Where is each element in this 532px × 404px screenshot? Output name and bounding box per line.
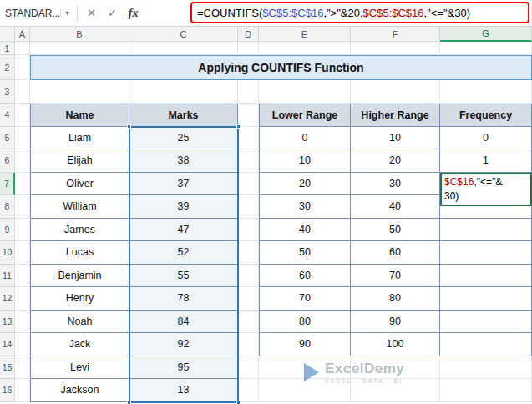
- gridcell-A6[interactable]: [15, 149, 30, 173]
- gridcell-A3[interactable]: [15, 80, 30, 104]
- confirm-icon[interactable]: ✓: [108, 7, 117, 19]
- gridcell-A2[interactable]: [15, 55, 30, 80]
- cell-C14[interactable]: 92: [129, 333, 238, 356]
- gridcell-D15[interactable]: [238, 356, 259, 380]
- gridcell-D11[interactable]: [238, 265, 259, 288]
- cell-B12[interactable]: Henry: [30, 287, 129, 311]
- gridcell-D8[interactable]: [238, 195, 259, 219]
- name-box[interactable]: STANDAR... ▾: [0, 3, 73, 24]
- gridcell-D4[interactable]: [238, 104, 259, 127]
- cell-G5[interactable]: 0: [440, 127, 532, 150]
- gridcell-D3[interactable]: [238, 80, 259, 104]
- cell-C15[interactable]: 95: [129, 356, 238, 380]
- cell-E10[interactable]: 50: [259, 241, 351, 265]
- gridcell-G16[interactable]: [440, 379, 532, 402]
- gridcell-D10[interactable]: [238, 241, 259, 265]
- gridcell-D14[interactable]: [238, 333, 259, 356]
- gridcell-G3[interactable]: [440, 80, 532, 104]
- cell-C16[interactable]: 13: [129, 379, 238, 402]
- gridcell-C3[interactable]: [129, 80, 238, 104]
- gridcell-F15[interactable]: [351, 356, 440, 380]
- row-header-14[interactable]: 14: [0, 333, 15, 356]
- gridcell-D6[interactable]: [238, 149, 259, 173]
- column-header-C[interactable]: C: [129, 27, 238, 42]
- cell-F10[interactable]: 60: [351, 241, 440, 265]
- cell-F8[interactable]: 40: [351, 195, 440, 219]
- gridcell-D7[interactable]: [238, 173, 259, 196]
- gridcell-E15[interactable]: [259, 356, 351, 380]
- gridcell-A10[interactable]: [15, 241, 30, 265]
- cell-E14[interactable]: 90: [259, 333, 351, 356]
- cell-E5[interactable]: 0: [259, 127, 351, 150]
- cell-G6[interactable]: 1: [440, 149, 532, 173]
- column-header-B[interactable]: B: [30, 27, 129, 42]
- gridcell-E1[interactable]: [259, 42, 351, 55]
- cell-G13[interactable]: [440, 311, 532, 334]
- row-header-15[interactable]: 15: [0, 356, 15, 380]
- cell-F5[interactable]: 10: [351, 127, 440, 150]
- cell-G11[interactable]: [440, 265, 532, 288]
- cell-C10[interactable]: 52: [129, 241, 238, 265]
- cell-F14[interactable]: 100: [351, 333, 440, 356]
- gridcell-A7[interactable]: [15, 173, 30, 196]
- cell-E7[interactable]: 20: [259, 173, 351, 196]
- cell-C7[interactable]: 37: [129, 173, 238, 196]
- gridcell-A13[interactable]: [15, 311, 30, 334]
- cell-F6[interactable]: 20: [351, 149, 440, 173]
- cancel-icon[interactable]: ✕: [87, 7, 96, 19]
- row-header-8[interactable]: 8: [0, 195, 15, 219]
- cell-B6[interactable]: Elijah: [30, 149, 129, 173]
- gridcell-B3[interactable]: [30, 80, 129, 104]
- cell-F11[interactable]: 70: [351, 265, 440, 288]
- row-header-3[interactable]: 3: [0, 80, 15, 104]
- cell-B16[interactable]: Jackson: [30, 379, 129, 402]
- gridcell-G15[interactable]: [440, 356, 532, 380]
- column-header-G[interactable]: G: [440, 27, 532, 42]
- range-table-header-frequency[interactable]: Frequency: [440, 104, 532, 127]
- cell-E8[interactable]: 30: [259, 195, 351, 219]
- cell-G14[interactable]: [440, 333, 532, 356]
- row-header-4[interactable]: 4: [0, 104, 15, 127]
- cell-F13[interactable]: 90: [351, 311, 440, 334]
- column-header-A[interactable]: A: [15, 27, 30, 42]
- cell-C6[interactable]: 38: [129, 149, 238, 173]
- gridcell-A14[interactable]: [15, 333, 30, 356]
- cell-F7[interactable]: 30: [351, 173, 440, 196]
- row-header-6[interactable]: 6: [0, 149, 15, 173]
- cell-C9[interactable]: 47: [129, 219, 238, 242]
- cell-B15[interactable]: Levi: [30, 356, 129, 380]
- row-header-12[interactable]: 12: [0, 287, 15, 311]
- insert-function-icon[interactable]: fx: [129, 7, 139, 20]
- gridcell-D1[interactable]: [238, 42, 259, 55]
- cell-E6[interactable]: 10: [259, 149, 351, 173]
- formula-editing-cell-G7[interactable]: $C$16,"<="&30): [440, 173, 532, 206]
- row-header-5[interactable]: 5: [0, 127, 15, 150]
- range-table-header-higher-range[interactable]: Higher Range: [351, 104, 440, 127]
- gridcell-A1[interactable]: [15, 42, 30, 55]
- cell-B8[interactable]: William: [30, 195, 129, 219]
- gridcell-D13[interactable]: [238, 311, 259, 334]
- cell-F9[interactable]: 50: [351, 219, 440, 242]
- row-header-13[interactable]: 13: [0, 311, 15, 334]
- cell-G9[interactable]: [440, 219, 532, 242]
- column-header-F[interactable]: F: [351, 27, 440, 42]
- row-header-9[interactable]: 9: [0, 219, 15, 242]
- cell-G12[interactable]: [440, 287, 532, 311]
- gridcell-F1[interactable]: [351, 42, 440, 55]
- cell-B10[interactable]: Lucas: [30, 241, 129, 265]
- gridcell-F16[interactable]: [351, 379, 440, 402]
- gridcell-A9[interactable]: [15, 219, 30, 242]
- cell-B11[interactable]: Benjamin: [30, 265, 129, 288]
- title-cell[interactable]: Applying COUNTIFS Function: [30, 55, 532, 80]
- gridcell-A15[interactable]: [15, 356, 30, 380]
- name-table-header-name[interactable]: Name: [30, 104, 129, 127]
- gridcell-A5[interactable]: [15, 127, 30, 150]
- cell-B14[interactable]: Jack: [30, 333, 129, 356]
- column-header-D[interactable]: D: [238, 27, 259, 42]
- gridcell-A8[interactable]: [15, 195, 30, 219]
- cell-C13[interactable]: 84: [129, 311, 238, 334]
- gridcell-A4[interactable]: [15, 104, 30, 127]
- row-header-2[interactable]: 2: [0, 55, 15, 80]
- gridcell-B1[interactable]: [30, 42, 129, 55]
- row-header-10[interactable]: 10: [0, 241, 15, 265]
